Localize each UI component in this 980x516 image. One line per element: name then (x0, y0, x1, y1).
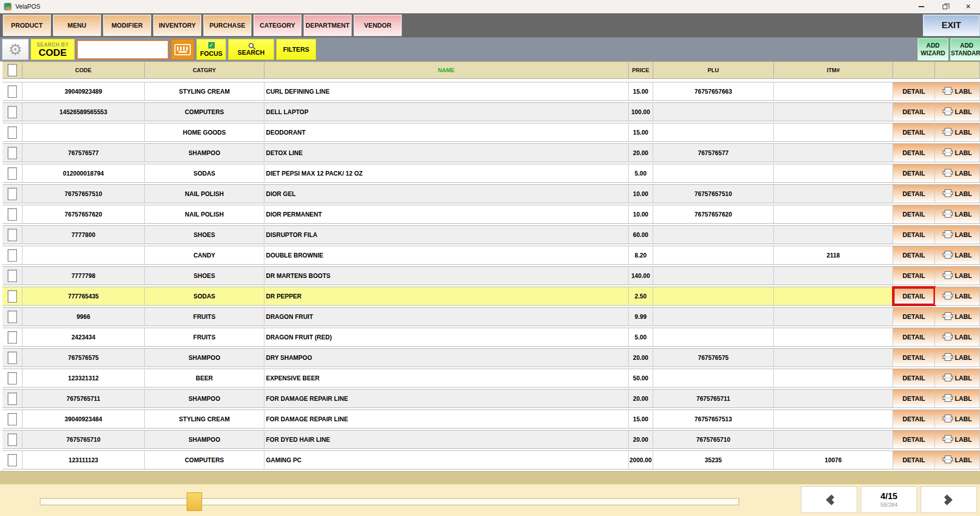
exit-button[interactable]: EXIT (923, 14, 980, 36)
col-header-labl-blank (935, 61, 980, 79)
focus-button[interactable]: ✓ FOCUS (196, 39, 226, 60)
detail-button[interactable]: DETAIL (893, 328, 935, 346)
menu-department[interactable]: DEPARTMENT (303, 14, 352, 36)
labl-button[interactable]: LABL (935, 103, 980, 121)
row-checkbox[interactable] (8, 249, 17, 262)
filters-button[interactable]: FILTERS (276, 39, 316, 60)
search-by-code-button[interactable]: SEARCH BY CODE (31, 39, 75, 60)
labl-button[interactable]: LABL (935, 246, 980, 264)
detail-button[interactable]: DETAIL (893, 390, 935, 407)
cell-price: 20.00 (629, 144, 653, 162)
row-checkbox[interactable] (8, 270, 17, 282)
row-checkbox[interactable] (8, 167, 17, 180)
row-checkbox[interactable] (8, 85, 17, 98)
menu-product[interactable]: PRODUCT (3, 14, 51, 36)
minimize-button[interactable] (909, 0, 933, 13)
row-checkbox[interactable] (8, 331, 17, 343)
detail-button[interactable]: DETAIL (893, 205, 935, 223)
row-checkbox[interactable] (8, 311, 17, 323)
detail-button[interactable]: DETAIL (893, 451, 935, 469)
labl-button[interactable]: LABL (935, 82, 980, 100)
close-button[interactable]: × (956, 0, 980, 13)
table-row: 7777798SHOESDR MARTENS BOOTS140.00DETAIL… (3, 266, 980, 285)
row-checkbox[interactable] (8, 352, 17, 364)
detail-button[interactable]: DETAIL (893, 123, 935, 141)
detail-button[interactable]: DETAIL (893, 164, 935, 182)
detail-button[interactable]: DETAIL (893, 82, 935, 100)
cell-catgry: CANDY (145, 246, 264, 264)
menu-category[interactable]: CATEGORY (253, 14, 302, 36)
onscreen-keyboard-button[interactable] (171, 39, 194, 60)
labl-label: LABL (955, 211, 972, 218)
labl-button[interactable]: LABL (935, 164, 980, 182)
labl-button[interactable]: LABL (935, 123, 980, 141)
col-header-name[interactable]: NAME (264, 61, 629, 79)
detail-button[interactable]: DETAIL (893, 369, 935, 387)
labl-button[interactable]: LABL (935, 144, 980, 162)
labl-button[interactable]: LABL (935, 226, 980, 244)
select-all-checkbox[interactable] (8, 64, 17, 76)
cell-itm (774, 103, 893, 121)
labl-button[interactable]: LABL (935, 431, 980, 448)
next-page-button[interactable] (921, 486, 977, 513)
labl-button[interactable]: LABL (935, 267, 980, 285)
cell-price: 10.00 (629, 205, 653, 223)
row-checkbox[interactable] (8, 413, 17, 425)
col-header-catgry[interactable]: CATGRY (145, 61, 264, 79)
search-input[interactable] (77, 40, 169, 59)
scroll-slider-thumb[interactable] (187, 492, 202, 511)
detail-button[interactable]: DETAIL (893, 226, 935, 244)
detail-button[interactable]: DETAIL (893, 287, 935, 305)
menu-menu[interactable]: MENU (53, 14, 101, 36)
col-header-code[interactable]: CODE (23, 61, 145, 79)
row-checkbox[interactable] (8, 372, 17, 384)
row-checkbox[interactable] (8, 454, 17, 466)
menu-modifier[interactable]: MODIFIER (103, 14, 151, 36)
detail-button[interactable]: DETAIL (893, 246, 935, 264)
detail-button[interactable]: DETAIL (893, 431, 935, 448)
row-checkbox[interactable] (8, 147, 17, 159)
row-checkbox[interactable] (8, 126, 17, 139)
row-checkbox[interactable] (8, 106, 17, 118)
scroll-slider-track[interactable] (40, 498, 739, 505)
detail-button[interactable]: DETAIL (893, 349, 935, 367)
row-checkbox[interactable] (8, 434, 17, 446)
detail-button[interactable]: DETAIL (893, 267, 935, 285)
labl-button[interactable]: LABL (935, 328, 980, 346)
menu-vendor[interactable]: VENDOR (353, 14, 402, 36)
detail-button[interactable]: DETAIL (893, 308, 935, 326)
labl-button[interactable]: LABL (935, 205, 980, 223)
labl-button[interactable]: LABL (935, 369, 980, 387)
labl-button[interactable]: LABL (935, 308, 980, 326)
maximize-button[interactable] (933, 0, 956, 13)
add-standard-button[interactable]: ADD STANDARD (950, 38, 980, 61)
col-header-itm[interactable]: ITM# (774, 61, 893, 79)
labl-button[interactable]: LABL (935, 390, 980, 407)
labl-button[interactable]: LABL (935, 185, 980, 203)
col-header-price[interactable]: PRICE (629, 61, 653, 79)
row-checkbox[interactable] (8, 229, 17, 241)
cell-itm (774, 308, 893, 326)
row-checkbox[interactable] (8, 208, 17, 221)
detail-button[interactable]: DETAIL (893, 410, 935, 428)
menu-inventory[interactable]: INVENTORY (153, 14, 202, 36)
detail-button[interactable]: DETAIL (893, 144, 935, 162)
cell-price: 5.00 (629, 328, 653, 346)
row-checkbox[interactable] (8, 188, 17, 200)
labl-button[interactable]: LABL (935, 451, 980, 469)
add-wizard-button[interactable]: ADD WIZARD (917, 38, 949, 61)
detail-button[interactable]: DETAIL (893, 103, 935, 121)
table-row: 14526589565553COMPUTERSDELL LAPTOP100.00… (3, 102, 980, 121)
labl-button[interactable]: LABL (935, 349, 980, 367)
labl-button[interactable]: LABL (935, 287, 980, 305)
cell-code: 767576577 (23, 144, 145, 162)
settings-button[interactable]: ⚙ (2, 39, 29, 60)
search-button[interactable]: SEARCH (228, 39, 274, 60)
labl-button[interactable]: LABL (935, 410, 980, 428)
row-checkbox[interactable] (8, 393, 17, 405)
prev-page-button[interactable] (801, 486, 857, 513)
col-header-plu[interactable]: PLU (653, 61, 774, 79)
menu-purchase[interactable]: PURCHASE (203, 14, 252, 36)
detail-button[interactable]: DETAIL (893, 185, 935, 203)
row-checkbox[interactable] (8, 290, 17, 303)
